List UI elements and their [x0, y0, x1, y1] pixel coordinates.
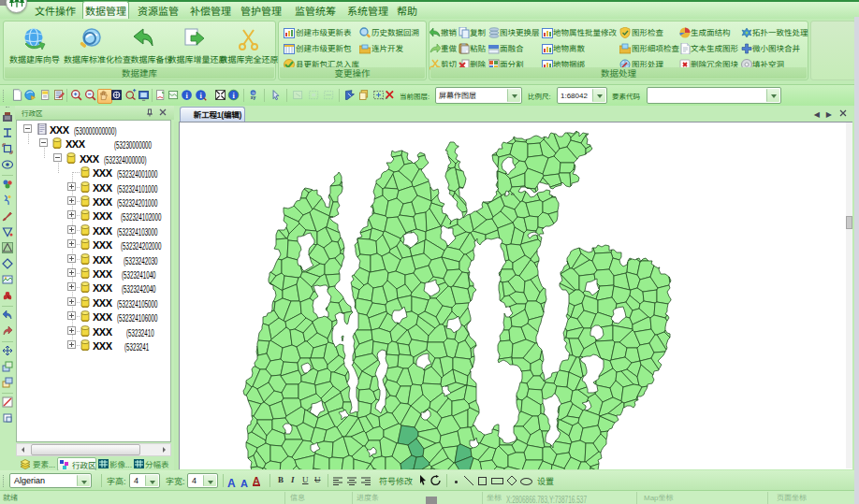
svg-text:xy: xy: [251, 94, 256, 100]
